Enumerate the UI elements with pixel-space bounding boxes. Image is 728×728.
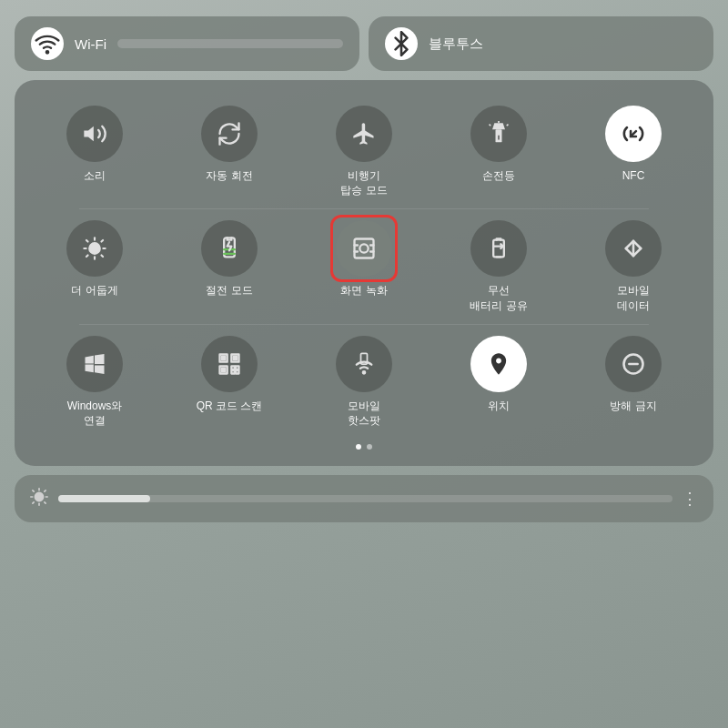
- nfc-label: NFC: [622, 168, 645, 183]
- autorotate-icon: [201, 106, 258, 162]
- sound-item[interactable]: 소리: [40, 106, 149, 197]
- svg-rect-35: [234, 357, 238, 360]
- mobiledata-label: 모바일 데이터: [617, 283, 650, 312]
- hotspot-icon: [336, 336, 392, 392]
- svg-line-48: [33, 501, 34, 502]
- grid-row-1: 소리 자동 회전 비행기 탑승 모드: [29, 98, 699, 205]
- airplane-item[interactable]: 비행기 탑승 모드: [309, 106, 419, 197]
- brightness-fill: [58, 495, 150, 502]
- bluetooth-tile[interactable]: 블루투스: [369, 16, 713, 71]
- qrscan-icon: [201, 336, 258, 392]
- darker-icon: [66, 220, 123, 277]
- autorotate-item[interactable]: 자동 회전: [175, 106, 284, 197]
- wirelessshare-icon: [470, 220, 527, 277]
- wifi-tile[interactable]: Wi-Fi: [15, 16, 359, 71]
- hotspot-label: 모바일 핫스팟: [348, 399, 380, 428]
- svg-point-37: [363, 371, 365, 373]
- screenrecord-item[interactable]: 화면 녹화: [309, 220, 419, 312]
- brightness-track[interactable]: [58, 495, 672, 502]
- svg-line-45: [45, 501, 46, 502]
- svg-point-20: [359, 245, 368, 253]
- svg-line-14: [86, 256, 88, 258]
- grid-row-3: Windows와 연결 QR 코드 스캔: [29, 329, 699, 435]
- flashlight-icon: [470, 106, 527, 162]
- dot-1: [356, 444, 361, 450]
- airplane-icon: [336, 106, 392, 162]
- svg-line-10: [86, 240, 88, 242]
- dnd-icon: [605, 336, 662, 392]
- location-item[interactable]: 위치: [444, 336, 553, 428]
- more-options-icon[interactable]: ⋮: [682, 489, 699, 509]
- flashlight-label: 손전등: [482, 168, 515, 183]
- svg-point-41: [35, 492, 43, 500]
- svg-rect-31: [236, 370, 239, 374]
- airplane-label: 비행기 탑승 모드: [340, 168, 387, 197]
- svg-line-6: [507, 125, 508, 126]
- hotspot-item[interactable]: 모바일 핫스팟: [309, 336, 419, 428]
- sound-label: 소리: [84, 168, 106, 183]
- nfc-icon: [605, 106, 662, 162]
- sound-icon: [66, 106, 123, 162]
- powersave-label: 절전 모드: [206, 283, 252, 298]
- mobiledata-item[interactable]: 모바일 데이터: [579, 220, 688, 312]
- dnd-item[interactable]: 방해 금지: [579, 336, 688, 428]
- svg-rect-33: [236, 366, 239, 369]
- location-label: 위치: [488, 399, 510, 413]
- darker-label: 더 어둡게: [71, 283, 117, 298]
- wifi-label: Wi-Fi: [75, 36, 106, 52]
- darker-item[interactable]: 더 어둡게: [40, 220, 149, 312]
- wirelessshare-item[interactable]: 무선 배터리 공유: [444, 220, 553, 312]
- main-panel: 소리 자동 회전 비행기 탑승 모드: [15, 80, 713, 466]
- svg-marker-1: [84, 126, 94, 141]
- wifi-icon: [31, 27, 64, 60]
- qrscan-label: QR 코드 스캔: [197, 399, 263, 413]
- bluetooth-label: 블루투스: [429, 35, 483, 53]
- windowsconnect-label: Windows와 연결: [67, 399, 123, 428]
- svg-rect-36: [222, 368, 226, 371]
- mobiledata-icon: [605, 220, 662, 277]
- location-icon: [470, 336, 527, 392]
- windowsconnect-icon: [66, 336, 123, 392]
- svg-line-11: [101, 256, 103, 258]
- qrscan-item[interactable]: QR 코드 스캔: [175, 336, 284, 428]
- nfc-item[interactable]: NFC: [579, 106, 688, 197]
- bluetooth-icon: [385, 27, 418, 60]
- svg-point-0: [46, 51, 48, 53]
- svg-point-7: [89, 244, 100, 255]
- grid-row-2: 더 어둡게 절전 모드: [29, 213, 699, 319]
- pagination-dots: [29, 439, 699, 451]
- powersave-item[interactable]: 절전 모드: [175, 220, 284, 312]
- svg-line-44: [33, 490, 34, 490]
- flashlight-item[interactable]: 손전등: [444, 106, 553, 197]
- svg-rect-32: [231, 370, 235, 374]
- top-row: Wi-Fi 블루투스: [15, 16, 713, 71]
- svg-rect-34: [222, 357, 226, 360]
- svg-line-49: [45, 490, 46, 490]
- brightness-icon: [29, 487, 49, 511]
- wifi-sub: [117, 39, 343, 48]
- divider-2: [79, 324, 649, 325]
- powersave-icon: [201, 220, 258, 277]
- screenrecord-label: 화면 녹화: [340, 283, 387, 298]
- wirelessshare-label: 무선 배터리 공유: [470, 283, 527, 312]
- windowsconnect-item[interactable]: Windows와 연결: [40, 336, 149, 428]
- svg-line-15: [101, 240, 103, 242]
- dnd-label: 방해 금지: [610, 399, 656, 413]
- svg-rect-19: [355, 239, 374, 258]
- svg-rect-30: [231, 366, 235, 369]
- brightness-bar[interactable]: ⋮: [15, 475, 713, 522]
- svg-line-5: [490, 125, 490, 126]
- autorotate-label: 자동 회전: [206, 168, 252, 183]
- screenrecord-icon: [336, 220, 392, 277]
- svg-rect-25: [493, 240, 504, 258]
- dot-2: [367, 444, 372, 450]
- divider-1: [79, 208, 649, 209]
